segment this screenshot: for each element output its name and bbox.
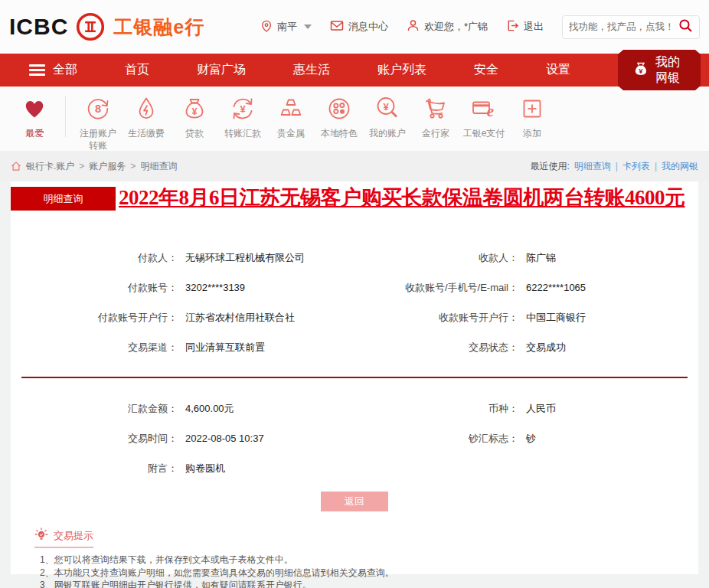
location-pin-icon: [260, 19, 273, 35]
logout-label: 退出: [524, 20, 544, 34]
tips-title: 交易提示: [34, 528, 93, 548]
payer-bank-value: 江苏省农村信用社联合社: [185, 311, 368, 325]
memo-value: 购卷圆机: [185, 462, 368, 475]
svg-text:e: e: [487, 102, 494, 120]
lightbulb-icon: [34, 528, 48, 544]
payer-account-label: 付款账号：: [11, 281, 178, 295]
tool-local-features[interactable]: 本地特色: [315, 95, 363, 140]
detail-row-bank: 付款账号开户行： 江苏省农村信用社联合社 收款账号开户行： 中国工商银行: [11, 302, 698, 332]
tool-life-payment[interactable]: 生活缴费: [123, 95, 170, 140]
svg-text:¥: ¥: [192, 106, 198, 117]
location-label: 南平: [277, 20, 297, 34]
transfer-remit-icon: ¥: [229, 95, 256, 126]
breadcrumb-bankcard-account[interactable]: 银行卡.账户: [26, 160, 74, 173]
tips-notes: 1、您可以将查询结果下载，并保存到文本或电子表格文件中。 2、本功能只支持查询账…: [34, 554, 698, 588]
recent-link-my-ebank[interactable]: 我的网银: [662, 160, 698, 173]
tool-loan[interactable]: ¥ 贷款: [171, 95, 218, 140]
currency-value: 人民币: [526, 402, 556, 416]
top-header: ICBC 工银融e行 南平 消息中心 欢迎您，*广: [0, 0, 709, 54]
icbc-logo-icon: [75, 11, 106, 42]
my-account-icon: ¥: [374, 95, 401, 126]
detail-row-account: 付款账号： 3202****3139 收款账号/手机号/E-mail： 6222…: [11, 273, 698, 302]
detail-row-time-cashflag: 交易时间： 2022-08-05 10:37 钞汇标志： 钞: [11, 423, 698, 453]
tip-note-2: 2、本功能只支持查询账户明细，如您需要查询具体交易的明细信息请到相关交易查询。: [40, 567, 698, 580]
payer-label: 付款人：: [11, 251, 178, 265]
payee-label: 收款人：: [368, 251, 518, 265]
quick-access-toolbar: 最爱 8 注册账户转账 生活缴费 ¥ 贷款 ¥ 转账汇款 贵金属 本地特色: [0, 87, 709, 151]
user-welcome[interactable]: 欢迎您，*广锦: [407, 19, 488, 34]
svg-text:8: 8: [95, 103, 101, 115]
detail-row-channel-status: 交易渠道： 同业清算互联前置 交易状态： 交易成功: [11, 332, 698, 362]
nav-item-all[interactable]: 全部: [29, 62, 77, 78]
cash-flag-value: 钞: [526, 432, 536, 446]
location-selector[interactable]: 南平: [260, 19, 312, 35]
amount-label: 汇款金额：: [11, 402, 178, 416]
hamburger-icon: [29, 64, 45, 76]
tool-precious-metals[interactable]: 贵金属: [267, 95, 315, 140]
search-icon[interactable]: [678, 18, 693, 36]
life-payment-icon: [132, 95, 160, 126]
back-button[interactable]: 返回: [321, 492, 388, 511]
recent-link-detail-query[interactable]: 明细查询: [574, 160, 611, 173]
payee-value: 陈广锦: [526, 251, 556, 265]
recent-used-label: 最近使用:: [530, 160, 569, 173]
tool-register-transfer[interactable]: 8 注册账户转账: [74, 95, 122, 152]
payee-bank-value: 中国工商银行: [526, 311, 586, 325]
time-value: 2022-08-05 10:37: [185, 433, 368, 444]
tab-detail-query[interactable]: 明细查询: [11, 187, 116, 211]
tool-favorites[interactable]: 最爱: [11, 95, 58, 140]
nav-item-settings[interactable]: 设置: [546, 62, 570, 78]
nav-item-hui-life[interactable]: 惠生活: [293, 62, 330, 78]
detail-row-memo: 附言： 购卷圆机: [11, 453, 698, 483]
nav-item-my-ebank[interactable]: ¥ 我的网银: [618, 50, 701, 90]
tool-my-account[interactable]: ¥ 我的账户: [364, 95, 411, 140]
recent-link-card-list[interactable]: 卡列表: [622, 160, 650, 173]
nav-item-home[interactable]: 首页: [125, 62, 149, 78]
epay-card-icon: e: [470, 95, 498, 126]
payee-account-value: 6222****1065: [526, 282, 586, 293]
detail-row-amount-currency: 汇款金额： 4,600.00元 币种： 人民币: [11, 394, 698, 423]
logout-button[interactable]: 退出: [506, 19, 544, 34]
section-divider: [21, 377, 688, 378]
status-label: 交易状态：: [368, 341, 518, 354]
loan-moneybag-icon: ¥: [181, 95, 208, 126]
status-value: 交易成功: [526, 341, 566, 354]
nav-item-wealth-plaza[interactable]: 财富广场: [197, 62, 246, 78]
tool-icbc-epay[interactable]: e 工银e支付: [460, 95, 508, 140]
nav-item-security[interactable]: 安全: [474, 62, 498, 78]
nav-label-all: 全部: [53, 62, 77, 78]
icbc-logo: ICBC 工银融e行: [9, 11, 204, 42]
cash-flag-label: 钞汇标志：: [368, 432, 518, 446]
add-icon: [518, 95, 546, 126]
envelope-icon: [330, 19, 344, 34]
currency-label: 币种：: [368, 402, 518, 416]
tool-add[interactable]: 添加: [508, 95, 556, 140]
detail-query-panel: 明细查询 2022年8月6日江苏无锡客户购买长款保温卷圆机两台转账4600元 付…: [11, 181, 698, 574]
payee-bank-label: 收款账号开户行：: [368, 311, 518, 325]
channel-label: 交易渠道：: [11, 341, 178, 354]
message-center-link[interactable]: 消息中心: [330, 19, 388, 34]
time-label: 交易时间：: [11, 432, 178, 446]
heart-icon: [21, 95, 48, 126]
nav-item-account-list[interactable]: 账户列表: [377, 62, 426, 78]
tool-transfer-remit[interactable]: ¥ 转账汇款: [219, 95, 266, 140]
site-search-box[interactable]: [562, 15, 700, 39]
gold-cart-icon: [422, 95, 449, 126]
welcome-label: 欢迎您，*广锦: [424, 20, 488, 34]
transaction-details: 付款人： 无锡环球工程机械有限公司 收款人： 陈广锦 付款账号： 3202***…: [11, 181, 698, 588]
search-input[interactable]: [569, 21, 678, 32]
breadcrumb-detail-query[interactable]: 明细查询: [140, 160, 177, 173]
breadcrumb-account-service[interactable]: 账户服务: [89, 160, 126, 173]
payer-account-value: 3202****3139: [185, 282, 368, 293]
recent-used: 最近使用: 明细查询 | 卡列表 | 我的网银: [530, 160, 698, 173]
amount-value: 4,600.00元: [185, 402, 368, 416]
brand-name: 工银融e行: [113, 15, 204, 40]
payer-bank-label: 付款账号开户行：: [11, 311, 178, 325]
tool-gold-expert[interactable]: 金行家: [412, 95, 459, 140]
payee-account-label: 收款账号/手机号/E-mail：: [368, 281, 518, 295]
main-nav: 全部 首页 财富广场 惠生活 账户列表 安全 设置 ¥ 我的网银: [0, 54, 709, 87]
register-transfer-icon: 8: [84, 95, 112, 126]
my-ebank-label: 我的网银: [655, 54, 686, 87]
message-center-label: 消息中心: [348, 20, 388, 34]
svg-text:¥: ¥: [383, 101, 389, 113]
